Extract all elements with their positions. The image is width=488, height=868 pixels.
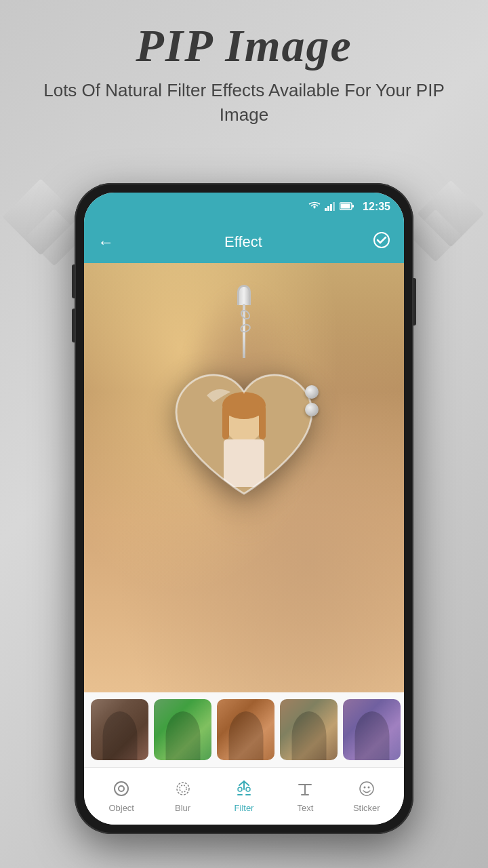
svg-point-14 [115,782,128,795]
sticker-icon [358,780,375,800]
filter-preview-3 [217,699,274,760]
svg-rect-13 [259,406,266,439]
filter-thumb-3[interactable] [217,699,274,760]
deco-ball-2 [305,403,319,416]
svg-point-16 [177,783,189,795]
object-label: Object [108,803,134,813]
text-icon [296,780,314,800]
status-bar: 12:35 [84,193,404,221]
signal-icon [325,201,336,213]
phone-mockup: 12:35 ← Effect [75,183,413,834]
app-title: PIP Image [0,20,488,71]
svg-point-30 [367,786,369,788]
svg-rect-12 [222,406,229,439]
filter-preview-1 [91,699,148,760]
svg-rect-1 [327,206,329,211]
svg-point-22 [246,787,250,791]
svg-point-21 [238,787,242,791]
svg-point-28 [360,782,373,795]
svg-line-19 [239,781,244,785]
svg-rect-2 [330,204,332,211]
phone-screen: 12:35 ← Effect [84,193,404,825]
chain-hook [237,285,251,305]
svg-line-18 [244,781,249,785]
chain [243,304,245,358]
filter-thumb-1[interactable] [91,699,148,760]
filter-label: Filter [235,803,254,813]
filter-preview-2 [154,699,211,760]
check-button[interactable] [373,231,390,253]
status-time: 12:35 [363,201,390,213]
object-icon [113,780,130,800]
nav-item-object[interactable]: Object [91,780,152,813]
svg-point-29 [363,786,365,788]
app-header: ← Effect [84,221,404,263]
app-subtitle: Lots Of Natural Filter Effects Available… [0,78,488,127]
nav-item-sticker[interactable]: Sticker [336,780,397,813]
deco-ball-1 [305,385,319,399]
status-icons: 12:35 [308,201,390,213]
blur-icon [174,780,192,800]
filter-thumb-5[interactable] [343,699,401,760]
screen-title: Effect [224,233,262,251]
svg-point-17 [180,785,186,792]
promo-header: PIP Image Lots Of Natural Filter Effects… [0,20,488,127]
nav-item-text[interactable]: Text [274,780,336,813]
svg-rect-0 [325,208,327,211]
heart-locket [136,285,352,570]
heart-decoration [305,385,319,416]
text-label: Text [298,803,314,813]
battery-icon [340,201,354,213]
main-canvas [84,263,404,692]
nav-item-filter[interactable]: Filter [214,780,274,813]
bottom-navigation: Object Blur [84,767,404,825]
filter-preview-5 [343,699,401,760]
svg-rect-6 [352,205,354,208]
blur-label: Blur [175,803,190,813]
svg-rect-10 [224,439,264,487]
filter-icon [235,780,253,800]
filter-thumb-4[interactable] [280,699,338,760]
svg-rect-5 [341,203,350,208]
filter-preview-4 [280,699,338,760]
wifi-icon [308,201,321,213]
filter-thumbnail-row[interactable] [84,692,404,767]
svg-rect-3 [333,202,335,211]
svg-point-15 [119,786,124,791]
heart-shape [163,358,325,507]
phone-outer-frame: 12:35 ← Effect [75,183,413,834]
filter-thumb-2[interactable] [154,699,211,760]
back-button[interactable]: ← [98,233,114,252]
svg-point-7 [374,233,389,248]
sticker-label: Sticker [353,803,380,813]
nav-item-blur[interactable]: Blur [152,780,213,813]
